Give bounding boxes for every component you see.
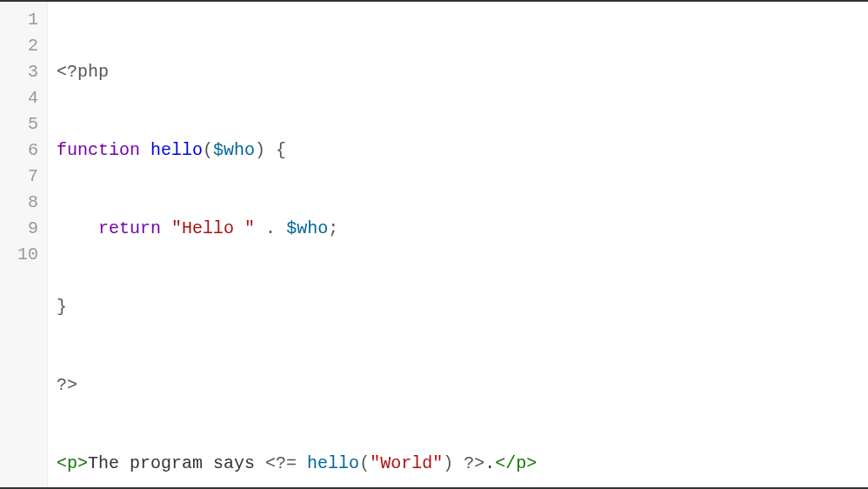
semicolon: ; <box>328 218 338 238</box>
text-content: . <box>484 453 495 473</box>
paren: ( <box>203 140 213 160</box>
function-name: hello <box>150 140 203 160</box>
code-line: <p>The program says <?= hello("World") ?… <box>57 451 859 477</box>
keyword-function: function <box>57 140 140 160</box>
line-number: 6 <box>17 137 38 164</box>
brace: { <box>265 140 286 160</box>
brace: } <box>57 297 67 317</box>
space <box>255 218 265 238</box>
operator-concat: . <box>265 218 276 238</box>
space <box>161 218 171 238</box>
keyword-return: return <box>98 218 161 238</box>
line-number: 4 <box>17 85 38 111</box>
line-number-gutter: 1 2 3 4 5 6 7 8 9 10 <box>0 2 48 487</box>
paren: ) <box>255 140 265 160</box>
php-short-open: <?= <box>265 453 297 473</box>
php-close-tag: ?> <box>464 453 484 473</box>
space <box>297 453 307 473</box>
php-open-tag: <?php <box>57 62 109 82</box>
code-line: function hello($who) { <box>57 137 859 164</box>
code-line: return "Hello " . $who; <box>57 216 859 242</box>
line-number: 2 <box>17 33 38 59</box>
line-number: 8 <box>17 190 38 216</box>
html-tag: <p> <box>57 453 88 473</box>
space <box>276 218 286 238</box>
line-number: 3 <box>17 59 38 85</box>
string-literal: "World" <box>370 453 443 473</box>
variable: $who <box>286 218 328 238</box>
function-call: hello <box>307 453 359 473</box>
string-literal: "Hello " <box>171 218 255 238</box>
code-line: <?php <box>57 59 859 85</box>
code-line: ?> <box>57 372 859 399</box>
php-close-tag: ?> <box>57 375 77 395</box>
code-editor[interactable]: 1 2 3 4 5 6 7 8 9 10 <?php function hell… <box>0 0 868 489</box>
space <box>453 453 464 473</box>
line-number: 10 <box>17 242 38 268</box>
code-content[interactable]: <?php function hello($who) { return "Hel… <box>48 2 868 487</box>
text-content: The program says <box>88 453 265 473</box>
line-number: 5 <box>17 111 38 137</box>
variable: $who <box>213 140 255 160</box>
html-tag: </p> <box>495 453 537 473</box>
line-number: 9 <box>17 216 38 242</box>
line-number: 7 <box>17 164 38 190</box>
line-number: 1 <box>17 7 38 33</box>
code-line: } <box>57 294 859 320</box>
paren: ) <box>443 453 453 473</box>
indent <box>57 218 98 238</box>
paren: ( <box>359 453 370 473</box>
